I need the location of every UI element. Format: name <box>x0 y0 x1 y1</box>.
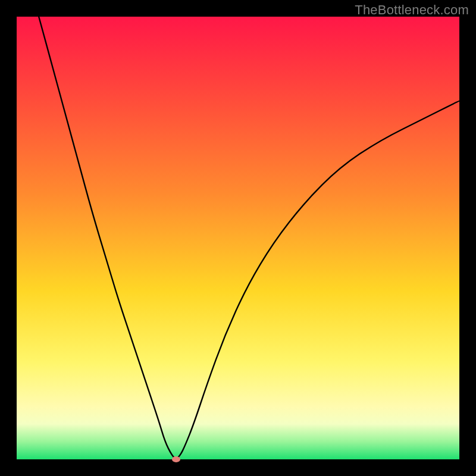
minimum-marker <box>172 456 180 462</box>
bottleneck-curve <box>17 17 459 459</box>
watermark-text: TheBottleneck.com <box>355 2 469 18</box>
chart-frame: TheBottleneck.com <box>0 0 476 476</box>
plot-area <box>17 17 459 459</box>
